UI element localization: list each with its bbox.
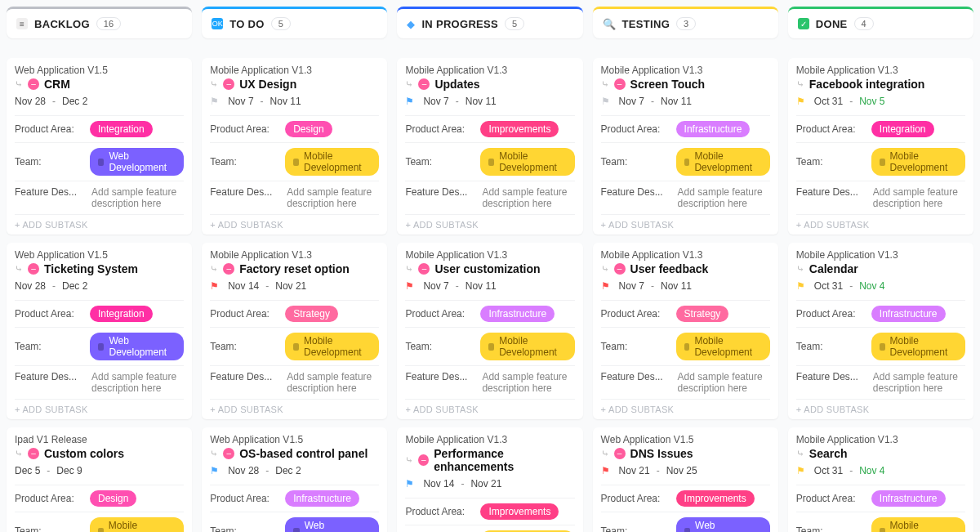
add-subtask-button[interactable]: + ADD SUBTASK: [405, 399, 574, 414]
task-title: OS-based control panel: [239, 447, 368, 460]
tag-pill[interactable]: Integration: [90, 121, 153, 137]
feature-desc-placeholder[interactable]: Add sample feature description here: [287, 371, 379, 394]
tag-pill[interactable]: Strategy: [676, 306, 729, 322]
feature-desc-placeholder[interactable]: Add sample feature description here: [91, 371, 184, 394]
branch-icon: ⤷: [210, 78, 218, 90]
flag-icon[interactable]: ⚑: [796, 465, 808, 476]
end-date: Nov 11: [661, 280, 692, 292]
task-card[interactable]: Mobile Application V1.3 ⤷ – UX Design ⚑ …: [202, 58, 387, 235]
tag-pill[interactable]: Improvements: [480, 503, 559, 520]
end-date: Dec 9: [56, 465, 82, 476]
date-separator: -: [651, 280, 654, 292]
column-header[interactable]: OK TO DO 5: [202, 7, 387, 38]
feature-desc-placeholder[interactable]: Add sample feature description here: [482, 186, 574, 209]
column-header[interactable]: ≡ BACKLOG 16: [7, 7, 192, 38]
tag-pill[interactable]: Web Development: [285, 517, 379, 532]
task-title: CRM: [44, 78, 70, 91]
task-card[interactable]: Mobile Application V1.3 ⤷ – Screen Touch…: [593, 58, 778, 235]
tag-pill[interactable]: Strategy: [285, 306, 338, 322]
task-card[interactable]: Web Application V1.5 ⤷ – CRM Nov 28 - De…: [7, 58, 192, 235]
task-card[interactable]: Mobile Application V1.3 ⤷ – User customi…: [397, 243, 582, 419]
team-label: Team:: [601, 341, 670, 352]
flag-icon[interactable]: ⚑: [210, 465, 221, 476]
add-subtask-button[interactable]: + ADD SUBTASK: [796, 399, 965, 414]
tag-pill[interactable]: Mobile Development: [285, 333, 379, 360]
flag-icon[interactable]: ⚑: [601, 96, 612, 107]
flag-icon[interactable]: ⚑: [210, 96, 221, 107]
date-separator: -: [456, 280, 459, 292]
end-date: Nov 11: [466, 280, 497, 292]
add-subtask-button[interactable]: + ADD SUBTASK: [405, 214, 574, 230]
task-card[interactable]: Ipad V1 Release ⤷ – Custom colors Dec 5 …: [7, 427, 192, 532]
flag-icon[interactable]: ⚑: [405, 96, 416, 107]
tag-pill[interactable]: Infrastructure: [871, 490, 946, 507]
add-subtask-button[interactable]: + ADD SUBTASK: [210, 214, 379, 230]
flag-icon[interactable]: ⚑: [796, 280, 808, 292]
flag-icon[interactable]: ⚑: [601, 465, 612, 476]
tag-pill[interactable]: Design: [90, 490, 136, 507]
add-subtask-button[interactable]: + ADD SUBTASK: [796, 214, 965, 230]
tag-pill[interactable]: Mobile Development: [871, 517, 965, 532]
task-card[interactable]: Mobile Application V1.3 ⤷ – Performance …: [397, 427, 582, 532]
column-header[interactable]: ◆ IN PROGRESS 5: [397, 7, 582, 38]
task-card[interactable]: Web Application V1.5 ⤷ – DNS Issues ⚑ No…: [593, 427, 778, 532]
project-name: Mobile Application V1.3: [405, 434, 574, 445]
add-subtask-button[interactable]: + ADD SUBTASK: [15, 399, 184, 414]
column-count: 16: [96, 17, 121, 30]
tag-pill[interactable]: Mobile Development: [871, 148, 965, 176]
feature-desc-placeholder[interactable]: Add sample feature description here: [287, 186, 379, 209]
tag-pill[interactable]: Mobile Development: [676, 333, 770, 360]
task-card[interactable]: Web Application V1.5 ⤷ – OS-based contro…: [202, 427, 387, 532]
flag-icon[interactable]: ⚑: [405, 280, 416, 292]
tag-pill[interactable]: Web Development: [676, 517, 770, 532]
task-card[interactable]: Mobile Application V1.3 ⤷ – User feedbac…: [593, 243, 778, 419]
tag-pill[interactable]: Mobile Development: [871, 333, 965, 360]
branch-icon: ⤷: [15, 448, 23, 459]
flag-icon[interactable]: ⚑: [210, 280, 221, 292]
feature-desc-placeholder[interactable]: Add sample feature description here: [678, 371, 770, 394]
task-title: DNS Issues: [630, 447, 693, 460]
tag-pill[interactable]: Infrastructure: [285, 490, 359, 507]
tag-pill[interactable]: Infrastructure: [676, 121, 751, 137]
flag-icon[interactable]: ⚑: [405, 478, 416, 490]
team-label: Team:: [796, 341, 865, 352]
tag-pill[interactable]: Improvements: [480, 121, 559, 137]
date-separator: -: [52, 96, 56, 107]
tag-pill[interactable]: Web Development: [90, 333, 184, 360]
task-card[interactable]: Mobile Application V1.3 ⤷ Facebook integ…: [788, 58, 973, 235]
date-separator: -: [849, 96, 853, 107]
feature-desc-placeholder[interactable]: Add sample feature description here: [91, 186, 184, 209]
tag-pill[interactable]: Mobile Development: [285, 148, 379, 176]
add-subtask-button[interactable]: + ADD SUBTASK: [601, 399, 770, 414]
column-done: ✓ DONE 4 Mobile Application V1.3 ⤷ Faceb…: [788, 7, 973, 532]
tag-pill[interactable]: Integration: [871, 121, 934, 137]
tag-pill[interactable]: Mobile Development: [676, 148, 770, 176]
task-card[interactable]: Mobile Application V1.3 ⤷ Calendar ⚑ Oct…: [788, 243, 973, 419]
tag-pill[interactable]: Mobile Development: [90, 517, 184, 532]
column-header[interactable]: ✓ DONE 4: [788, 7, 973, 38]
tag-pill[interactable]: Infrastructure: [480, 306, 555, 322]
add-subtask-button[interactable]: + ADD SUBTASK: [15, 214, 184, 230]
task-card[interactable]: Web Application V1.5 ⤷ – Ticketing Syste…: [7, 243, 192, 419]
feature-desc-placeholder[interactable]: Add sample feature description here: [482, 371, 574, 394]
tag-pill[interactable]: Infrastructure: [871, 306, 946, 322]
branch-icon: ⤷: [601, 448, 609, 459]
task-card[interactable]: Mobile Application V1.3 ⤷ – Factory rese…: [202, 243, 387, 419]
task-card[interactable]: Mobile Application V1.3 ⤷ – Updates ⚑ No…: [397, 58, 582, 235]
task-card[interactable]: Mobile Application V1.3 ⤷ Search ⚑ Oct 3…: [788, 427, 973, 532]
flag-icon[interactable]: ⚑: [796, 96, 808, 107]
tag-pill[interactable]: Mobile Development: [480, 148, 574, 176]
tag-pill[interactable]: Web Development: [90, 148, 184, 176]
flag-icon[interactable]: ⚑: [601, 280, 612, 292]
tag-pill[interactable]: Design: [285, 121, 332, 137]
tag-pill[interactable]: Mobile Development: [480, 333, 574, 360]
feature-desc-placeholder[interactable]: Add sample feature description here: [678, 186, 770, 209]
tag-pill[interactable]: Integration: [90, 306, 153, 322]
add-subtask-button[interactable]: + ADD SUBTASK: [601, 214, 770, 230]
column-status-icon: OK: [212, 18, 223, 29]
tag-pill[interactable]: Improvements: [676, 490, 755, 507]
column-header[interactable]: 🔍 TESTING 3: [593, 7, 778, 38]
add-subtask-button[interactable]: + ADD SUBTASK: [210, 399, 379, 414]
feature-desc-placeholder[interactable]: Add sample feature description here: [873, 186, 965, 209]
feature-desc-placeholder[interactable]: Add sample feature description here: [873, 371, 965, 394]
